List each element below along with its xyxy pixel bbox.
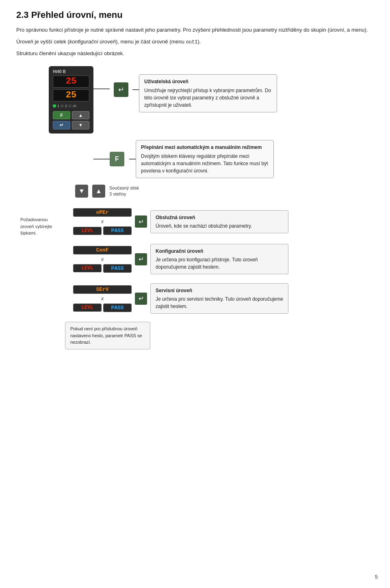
f-function-box: Přepínání mezi automatickým a manuálním … bbox=[136, 140, 274, 178]
indicator-dot-ai bbox=[68, 104, 72, 108]
level-info-title-oper: Obslužná úroveň bbox=[156, 214, 283, 221]
device-buttons: F ▲ ↵ ▼ bbox=[53, 111, 89, 129]
device-display-bottom: 25 bbox=[53, 89, 89, 101]
levels-container: oPEr x LEVL PASS ↵ Obslužná úroveň Úrove… bbox=[73, 208, 288, 314]
level-x-conf: x bbox=[73, 256, 132, 263]
level-enter-conf[interactable]: ↵ bbox=[135, 253, 147, 265]
level-display-pass-conf: PASS bbox=[103, 264, 132, 273]
connector-hf bbox=[93, 159, 110, 159]
level-display-pass-oper: PASS bbox=[103, 226, 132, 235]
device-down-button[interactable]: ▼ bbox=[72, 121, 89, 129]
user-level-box: Uživatelská úroveň Umožňuje nejrychlejší… bbox=[139, 74, 277, 112]
level-info-desc-serv: Je určena pro servisní techniky. Tuto úr… bbox=[156, 295, 283, 310]
level-info-desc-conf: Je určena pro konfiguraci přístroje. Tut… bbox=[156, 256, 283, 271]
f-function-desc: Dvojitým stiskem klávesy regulátor přepí… bbox=[141, 153, 269, 174]
device-f-button[interactable]: F bbox=[53, 111, 70, 119]
side-label-line1: Požadovanou bbox=[20, 216, 57, 223]
enter-button-user[interactable]: ↵ bbox=[114, 82, 128, 97]
level-row-serv: SErV x LEVL PASS ↵ Servisní úroveň Je ur… bbox=[73, 283, 288, 314]
level-display-conf: ConF bbox=[73, 246, 132, 254]
indicator-dot-1 bbox=[53, 104, 56, 108]
indicator-dot-2 bbox=[61, 104, 64, 108]
level-info-serv: Servisní úroveň Je určena pro servisní t… bbox=[150, 283, 288, 314]
device: Ht40 B 25 25 1 2 AI F ▲ ↵ ▼ bbox=[49, 66, 93, 134]
level-display-levl-conf: LEVL bbox=[73, 264, 102, 272]
level-enter-serv[interactable]: ↵ bbox=[135, 293, 147, 305]
page-title: 2.3 Přehled úrovní, menu bbox=[16, 10, 374, 20]
level-display-pass-serv: PASS bbox=[103, 304, 132, 312]
level-display-levl-oper: LEVL bbox=[73, 227, 102, 235]
level-pair-serv: SErV x LEVL PASS bbox=[73, 285, 132, 312]
intro-p3: Strukturu členění ukazuje následující ob… bbox=[16, 50, 374, 58]
note-box: Pokud není pro příslušnou úroveň nastave… bbox=[65, 322, 150, 349]
level-info-conf: Konfigurační úroveň Je určena pro konfig… bbox=[150, 244, 288, 274]
level-info-title-conf: Konfigurační úroveň bbox=[156, 248, 283, 255]
level-info-oper: Obslužná úroveň Úroveň, kde se nachází o… bbox=[150, 210, 288, 233]
level-row-oper: oPEr x LEVL PASS ↵ Obslužná úroveň Úrove… bbox=[73, 208, 288, 235]
level-info-desc-oper: Úroveň, kde se nachází obslužné parametr… bbox=[156, 222, 283, 230]
indicator-label-1: 1 bbox=[57, 104, 59, 108]
level-row-conf: ConF x LEVL PASS ↵ Konfigurační úroveň J… bbox=[73, 244, 288, 274]
f-function-title: Přepínání mezi automatickým a manuálním … bbox=[141, 144, 269, 151]
connector-hf2 bbox=[129, 159, 136, 159]
indicator-label-ai: AI bbox=[73, 104, 76, 108]
device-enter-button[interactable]: ↵ bbox=[53, 121, 70, 129]
page-number: 5 bbox=[375, 574, 378, 580]
device-up-button[interactable]: ▲ bbox=[72, 111, 89, 119]
simult-label: Současný stisk 3 vteřiny bbox=[109, 185, 139, 198]
level-enter-oper[interactable]: ↵ bbox=[135, 215, 147, 228]
note-text: Pokud není pro příslušnou úroveň nastave… bbox=[70, 325, 145, 346]
level-display-levl-serv: LEVL bbox=[73, 304, 102, 312]
level-pair-oper: oPEr x LEVL PASS bbox=[73, 208, 132, 235]
indicator-label-2: 2 bbox=[65, 104, 67, 108]
main-diagram: Ht40 B 25 25 1 2 AI F ▲ ↵ ▼ bbox=[16, 66, 374, 349]
level-info-title-serv: Servisní úroveň bbox=[156, 287, 283, 294]
simult-up-arrow[interactable]: ▲ bbox=[92, 185, 105, 198]
level-x-serv: x bbox=[73, 295, 132, 302]
f-function-button[interactable]: F bbox=[110, 152, 124, 166]
intro-p2: Úroveň je vyšší celek (konfigurační úrov… bbox=[16, 38, 374, 46]
user-level-desc: Umožňuje nejrychlejší přístup k vybraným… bbox=[144, 87, 272, 109]
connector-h2 bbox=[132, 89, 139, 90]
device-widget: Ht40 B 25 25 1 2 AI F ▲ ↵ ▼ bbox=[49, 66, 93, 134]
simult-down-arrow[interactable]: ▼ bbox=[75, 185, 88, 198]
level-pair-conf: ConF x LEVL PASS bbox=[73, 246, 132, 273]
level-x-oper: x bbox=[73, 218, 132, 225]
level-display-oper: oPEr bbox=[73, 208, 132, 217]
device-indicators: 1 2 AI bbox=[53, 104, 89, 108]
user-level-title: Uživatelská úroveň bbox=[144, 78, 272, 85]
side-label-line2: úroveň vybírejte bbox=[20, 223, 57, 230]
side-label: Požadovanou úroveň vybírejte šipkami. bbox=[20, 216, 57, 237]
intro-p1: Pro správnou funkci přístroje je nutné s… bbox=[16, 26, 374, 34]
device-display-top: 25 bbox=[53, 75, 89, 88]
device-title: Ht40 B bbox=[53, 69, 89, 74]
connector-h1 bbox=[93, 88, 110, 89]
side-label-line3: šipkami. bbox=[20, 230, 57, 237]
level-display-serv: SErV bbox=[73, 285, 132, 294]
